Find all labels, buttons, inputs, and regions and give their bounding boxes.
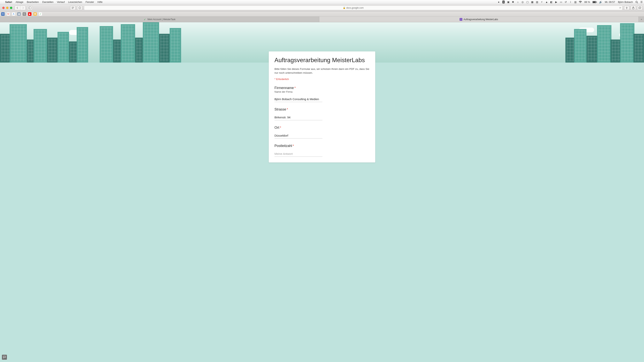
url-host: docs.google.com (346, 7, 364, 9)
keyboard-battery-icon[interactable]: ▥ (574, 0, 577, 4)
grid-icon[interactable]: ▥ (536, 0, 538, 4)
fav-g-icon[interactable]: G (22, 12, 26, 16)
downloads-button[interactable] (624, 6, 630, 10)
reload-button[interactable]: ⟳ (619, 7, 621, 9)
display-icon[interactable]: ▭ (560, 0, 562, 4)
tab-label: Mein Account | MeisterTask (148, 18, 176, 21)
tab-googleforms[interactable]: Auftragsverarbeitung MeisterLabs (319, 17, 639, 22)
battery-percentage: 88 % (584, 0, 590, 4)
apple-menu[interactable] (0, 0, 4, 4)
page-viewport: Auftragsverarbeitung MeisterLabs Bitte f… (0, 22, 644, 362)
toolbar-right (624, 6, 642, 10)
question-label: Postleitzahl* (274, 144, 370, 148)
favorites-bar: 30 M A ▦ G ▶ ✹ ✓ (0, 12, 644, 17)
required-asterisk: * (287, 108, 288, 111)
form-card: Auftragsverarbeitung MeisterLabs Bitte f… (269, 52, 375, 163)
required-asterisk: * (294, 86, 296, 90)
panes-icon[interactable]: ◧ (550, 0, 553, 4)
forward-button[interactable] (20, 6, 26, 10)
tab-meistertask[interactable]: ✓ Mein Account | MeisterTask (0, 17, 319, 22)
form-title: Auftragsverarbeitung MeisterLabs (274, 57, 370, 64)
tab-label: Auftragsverarbeitung MeisterLabs (464, 18, 498, 21)
sidebar-button[interactable] (27, 6, 32, 10)
svg-text:i: i (80, 7, 80, 9)
question-label-text: Postleitzahl (274, 144, 292, 148)
url-field[interactable]: 🔒 docs.google.com ⟳ (84, 6, 622, 10)
menubar-right: ● 9 ▣ ✱ ⌂ ◎ ▢ ▦ ▥ ⚡︎ ▲ ◧ ▶ ▭ ↺ ᚼ ▥ 88 % … (498, 0, 643, 4)
fav-gmail-icon[interactable]: M (6, 12, 10, 16)
volume-icon[interactable]: 🔊 (599, 0, 602, 4)
user-name[interactable]: Björn Bobach (618, 0, 633, 4)
share-button[interactable] (630, 6, 636, 10)
svg-line-4 (637, 3, 638, 3)
fav-check-icon[interactable]: ✓ (39, 12, 42, 16)
bolt-icon[interactable]: ⚡︎ (540, 0, 543, 4)
menu-fenster[interactable]: Fenster (84, 0, 96, 4)
menu-darstellen[interactable]: Darstellen (41, 0, 56, 4)
feedback-button[interactable]: ! (2, 355, 7, 360)
evernote-icon[interactable]: ✱ (512, 0, 514, 4)
back-button[interactable] (15, 6, 20, 10)
svg-point-3 (636, 1, 637, 3)
svg-text:!: ! (4, 356, 4, 357)
question-firmenname: Firmenname* Name der Firma (274, 86, 370, 102)
svg-rect-1 (593, 1, 596, 3)
new-tab-button[interactable]: ＋ (639, 17, 644, 22)
timemachine-icon[interactable]: ↺ (564, 0, 567, 4)
battery-icon[interactable] (592, 0, 597, 4)
plz-input[interactable] (274, 151, 322, 157)
fav-youtube-icon[interactable]: ▶ (28, 12, 32, 16)
fav-flame-icon[interactable]: ✹ (33, 12, 37, 16)
app-menu[interactable]: Safari (4, 0, 14, 4)
fav-atlas-icon[interactable]: A (12, 12, 15, 16)
tabs-overview-button[interactable] (637, 6, 642, 10)
question-label: Strasse* (274, 107, 370, 112)
firmenname-input[interactable] (274, 97, 322, 102)
browser-toolbar: i 🔒 docs.google.com ⟳ (0, 4, 644, 12)
nav-buttons (14, 6, 26, 10)
window-controls (2, 7, 13, 9)
menu-ablage[interactable]: Ablage (14, 0, 25, 4)
menu-hilfe[interactable]: Hilfe (96, 0, 104, 4)
strasse-input[interactable] (274, 115, 322, 120)
question-strasse: Strasse* (274, 107, 370, 120)
reader-button[interactable] (70, 6, 76, 10)
tab-bar: ✓ Mein Account | MeisterTask Auftragsver… (0, 17, 644, 22)
required-asterisk: * (293, 144, 294, 148)
circle-icon[interactable]: ◎ (521, 0, 524, 4)
lock-icon: 🔒 (343, 7, 346, 9)
warn-icon[interactable]: ▲ (545, 0, 548, 4)
window-close-button[interactable] (2, 7, 4, 9)
notification-center-icon[interactable]: ☰ (640, 0, 643, 4)
clock[interactable]: Mi. 09:57 (604, 0, 615, 4)
ort-input[interactable] (274, 133, 322, 139)
fav-calendar-icon[interactable]: 30 (1, 12, 4, 16)
svg-rect-2 (596, 2, 597, 3)
fav-box-icon[interactable]: ▦ (17, 12, 21, 16)
todoist-icon[interactable]: 9 (502, 0, 505, 4)
video-icon[interactable]: ▶ (555, 0, 558, 4)
required-asterisk: * (280, 126, 281, 130)
svg-rect-14 (639, 7, 640, 9)
camera-icon[interactable]: ▣ (507, 0, 510, 4)
menu-bearbeiten[interactable]: Bearbeiten (25, 0, 41, 4)
box-icon[interactable]: ▢ (526, 0, 529, 4)
menu-verlauf[interactable]: Verlauf (55, 0, 66, 4)
status-dot-icon[interactable]: ● (498, 0, 500, 4)
wifi-icon[interactable] (579, 0, 582, 4)
calendar-icon[interactable]: ▦ (531, 0, 534, 4)
question-help: Name der Firma (274, 90, 370, 93)
window-zoom-button[interactable] (10, 7, 12, 9)
form-description: Bitte füllen Sie dieses Formular aus, wi… (274, 67, 370, 75)
question-ort: Ort* (274, 126, 370, 139)
svg-point-12 (626, 9, 627, 9)
site-settings-button[interactable]: i (77, 6, 82, 10)
bluetooth-icon[interactable]: ᚼ (569, 0, 572, 4)
svg-rect-15 (639, 7, 641, 8)
spotlight-icon[interactable] (636, 0, 638, 4)
macos-menubar: Safari Ablage Bearbeiten Darstellen Verl… (0, 0, 644, 4)
home-icon[interactable]: ⌂ (516, 0, 519, 4)
question-label-text: Firmenname (274, 86, 294, 90)
window-minimize-button[interactable] (6, 7, 8, 9)
menu-lesezeichen[interactable]: Lesezeichen (66, 0, 84, 4)
